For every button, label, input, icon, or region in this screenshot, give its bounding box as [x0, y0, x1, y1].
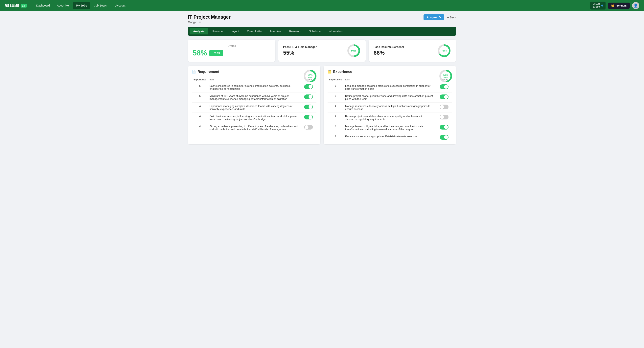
table-row: 5 Minimum of 10+ years of systems experi…	[192, 92, 316, 103]
nav-my-jobs[interactable]: My Jobs	[73, 2, 90, 9]
requirement-header: 📄 Requirement 51% Pass	[192, 70, 316, 74]
experience-table: Importance Item Match 5 Lead and manage …	[328, 77, 452, 140]
requirement-card: 📄 Requirement 51% Pass	[188, 66, 320, 144]
tab-analysis[interactable]: Analysis	[190, 28, 208, 34]
req-match-4[interactable]	[300, 123, 316, 133]
toggle-on[interactable]	[440, 94, 448, 99]
tab-resume[interactable]: Resume	[209, 28, 226, 34]
exp-importance-2: 4	[328, 103, 344, 113]
nav-links: Dashboard About Me My Jobs Job Search Ac…	[33, 2, 589, 9]
toggle-on[interactable]	[440, 125, 448, 130]
hr-donut-pass: Pass	[351, 49, 356, 52]
job-info: IT Project Manager Google Inc.	[188, 14, 230, 24]
exp-table-header: Importance Item Match	[328, 77, 452, 82]
toggle-on[interactable]	[304, 115, 313, 119]
toggle-on[interactable]	[304, 105, 313, 109]
table-row: 4 Experience managing complex, dispersed…	[192, 103, 316, 113]
screener-donut-chart: Pass	[437, 43, 451, 58]
exp-importance-3: 4	[328, 113, 344, 123]
overall-percent: 58%	[193, 49, 207, 57]
hr-donut-chart: Pass	[346, 43, 361, 58]
exp-match-3[interactable]	[436, 113, 452, 123]
crown-icon: 👑	[611, 4, 614, 7]
req-match-1[interactable]	[300, 92, 316, 103]
tab-layout[interactable]: Layout	[227, 28, 243, 34]
analysed-label: Analysed ✎	[427, 16, 441, 19]
overall-pass-badge: Pass	[210, 50, 223, 56]
req-match-2[interactable]	[300, 103, 316, 113]
table-row: 5 Define project scope, prioritize work,…	[328, 92, 452, 103]
nav-right: CREDIT 23185 👑 Premium 👤	[590, 1, 639, 9]
hr-donut-label: Pass	[351, 49, 356, 52]
req-col-importance: Importance	[192, 77, 208, 82]
credit-label: CREDIT	[593, 3, 600, 5]
back-button[interactable]: ↩ Back	[447, 16, 456, 19]
requirement-table: Importance Item Match 5 Bachelor's degre…	[192, 77, 316, 133]
exp-match-4[interactable]	[436, 123, 452, 133]
job-company: Google Inc.	[188, 20, 230, 24]
tab-schelude[interactable]: Schelude	[306, 28, 324, 34]
req-score-percent: 51%	[308, 74, 312, 76]
screener-score-card: Pass Resume Screener 66% Pass	[369, 40, 456, 62]
tab-interview[interactable]: Interview	[267, 28, 285, 34]
req-match-3[interactable]	[300, 113, 316, 123]
exp-item-5: Escalate issues when appropriate. Establ…	[344, 133, 436, 141]
table-row: 3 Escalate issues when appropriate. Esta…	[328, 133, 452, 141]
back-arrow-icon: ↩	[447, 16, 449, 19]
toggle-on[interactable]	[440, 84, 448, 89]
tab-research[interactable]: Research	[286, 28, 305, 34]
req-importance-1: 5	[192, 92, 208, 103]
req-match-0[interactable]	[300, 82, 316, 92]
tab-cover-letter[interactable]: Cover Letter	[244, 28, 266, 34]
exp-match-0[interactable]	[436, 82, 452, 92]
tab-information[interactable]: Information	[325, 28, 346, 34]
req-item-2: Experience managing complex, dispersed t…	[208, 103, 300, 113]
table-row: 4 Manage issues, mitigate risks, and be …	[328, 123, 452, 133]
requirement-title: 📄 Requirement	[192, 70, 219, 74]
premium-button[interactable]: 👑 Premium	[608, 2, 630, 9]
exp-item-0: Lead and manage assigned projects to suc…	[344, 82, 436, 92]
exp-match-2[interactable]	[436, 103, 452, 113]
avatar[interactable]: 👤	[632, 2, 639, 9]
table-row: 5 Bachelor's degree in computer science,…	[192, 82, 316, 92]
exp-importance-4: 4	[328, 123, 344, 133]
hr-score-title: Pass HR & Field Manager	[283, 45, 346, 48]
exp-item-2: Manage resources effectively across mult…	[344, 103, 436, 113]
exp-match-5[interactable]	[436, 133, 452, 141]
logo-version: 3.0	[20, 4, 26, 7]
nav-dashboard[interactable]: Dashboard	[33, 2, 53, 9]
analysed-button[interactable]: Analysed ✎	[424, 14, 444, 20]
exp-table-body: 5 Lead and manage assigned projects to s…	[328, 82, 452, 141]
nav-job-search[interactable]: Job Search	[91, 2, 112, 9]
toggle-on[interactable]	[304, 94, 313, 99]
toggle-off[interactable]	[304, 125, 313, 130]
hr-score-card: Pass HR & Field Manager 55% Pass	[278, 40, 366, 62]
exp-match-1[interactable]	[436, 92, 452, 103]
table-row: 4 Manage resources effectively across mu…	[328, 103, 452, 113]
req-item-0: Bachelor's degree in computer science, i…	[208, 82, 300, 92]
page-content: IT Project Manager Google Inc. Analysed …	[183, 11, 461, 148]
nav-about-me[interactable]: About Me	[54, 2, 72, 9]
exp-col-importance: Importance	[328, 77, 344, 82]
exp-item-4: Manage issues, mitigate risks, and be th…	[344, 123, 436, 133]
credit-value: 23185	[593, 5, 600, 8]
table-row: 4 Strong experience presenting to differ…	[192, 123, 316, 133]
experience-table-wrapper[interactable]: Importance Item Match 5 Lead and manage …	[328, 77, 452, 140]
req-item-4: Strong experience presenting to differen…	[208, 123, 300, 133]
requirement-score: 51% Pass	[303, 69, 317, 83]
exp-importance-5: 3	[328, 133, 344, 141]
exp-score-percent: 50%	[443, 74, 448, 76]
req-table-body: 5 Bachelor's degree in computer science,…	[192, 82, 316, 133]
detail-cards: 📄 Requirement 51% Pass	[188, 66, 456, 144]
toggle-off[interactable]	[440, 115, 448, 119]
overall-score-display: 58% Pass	[193, 49, 270, 57]
logo[interactable]: RESUME 3.0 Powered by AI	[5, 4, 27, 7]
toggle-on[interactable]	[304, 84, 313, 89]
toggle-on[interactable]	[440, 135, 448, 140]
toggle-off[interactable]	[440, 105, 448, 109]
requirement-table-wrapper[interactable]: Importance Item Match 5 Bachelor's degre…	[192, 77, 316, 133]
req-score-label: Pass	[308, 76, 312, 79]
table-row: 4 Review project team deliverables to en…	[328, 113, 452, 123]
table-row: 5 Lead and manage assigned projects to s…	[328, 82, 452, 92]
nav-account[interactable]: Account	[112, 2, 129, 9]
